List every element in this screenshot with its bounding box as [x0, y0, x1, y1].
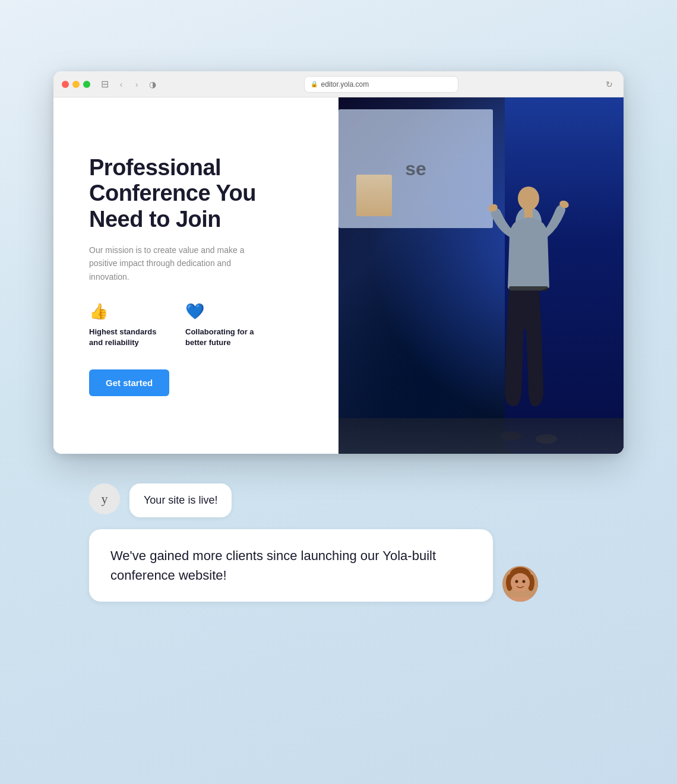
minimize-dot[interactable]	[72, 81, 80, 88]
get-started-button[interactable]: Get started	[89, 369, 169, 396]
thumbs-up-icon: 👍	[89, 302, 166, 321]
website-content: Professional Conference You Need to Join…	[53, 97, 624, 454]
maximize-dot[interactable]	[83, 81, 90, 88]
svg-rect-5	[509, 286, 548, 291]
chat-bubble-2: We've gained more clients since launchin…	[89, 529, 493, 602]
feature-label-1: Highest standards and reliability	[89, 327, 166, 348]
screen-photo	[356, 175, 392, 216]
traffic-lights	[62, 81, 90, 88]
browser-toolbar: ⊟ ‹ › ◑ 🔒 editor.yola.com ↻	[53, 71, 624, 97]
lock-icon: 🔒	[311, 81, 318, 87]
chat-text-1: Your site is live!	[144, 494, 217, 506]
chat-area: y Your site is live! We've gained more c…	[53, 460, 624, 625]
reload-button[interactable]: ↻	[606, 80, 613, 89]
nav-arrows: ‹ ›	[115, 78, 143, 91]
heart-icon: 💙	[185, 302, 262, 321]
url-text: editor.yola.com	[321, 80, 369, 88]
right-panel: se	[338, 97, 624, 454]
chat-row-1: y Your site is live!	[89, 483, 588, 517]
yola-avatar: y	[89, 483, 120, 514]
svg-point-12	[511, 573, 530, 592]
svg-rect-2	[524, 208, 533, 218]
feature-item-1: 👍 Highest standards and reliability	[89, 302, 166, 348]
chat-bubble-1: Your site is live!	[129, 483, 232, 517]
chat-row-2: We've gained more clients since launchin…	[89, 529, 588, 602]
conference-image: se	[338, 97, 624, 454]
screen-content: se	[405, 158, 426, 180]
hero-subtitle: Our mission is to create value and make …	[89, 244, 255, 283]
stage-floor	[338, 418, 624, 454]
address-bar-wrapper: 🔒 editor.yola.com	[162, 76, 600, 93]
brightness-icon: ◑	[149, 80, 156, 89]
browser-window: ⊟ ‹ › ◑ 🔒 editor.yola.com ↻ Professional…	[53, 71, 624, 454]
user-avatar-face	[502, 566, 538, 602]
chat-text-2: We've gained more clients since launchin…	[110, 548, 436, 583]
address-bar[interactable]: 🔒 editor.yola.com	[304, 76, 458, 93]
feature-item-2: 💙 Collaborating for a better future	[185, 302, 262, 348]
sidebar-toggle-icon[interactable]: ⊟	[101, 78, 109, 90]
left-panel: Professional Conference You Need to Join…	[53, 97, 338, 454]
features-row: 👍 Highest standards and reliability 💙 Co…	[89, 302, 303, 348]
svg-rect-16	[507, 597, 533, 602]
speaker-silhouette	[457, 157, 600, 454]
back-button[interactable]: ‹	[115, 78, 128, 91]
hero-title: Professional Conference You Need to Join	[89, 155, 303, 233]
svg-point-1	[518, 186, 539, 210]
feature-label-2: Collaborating for a better future	[185, 327, 262, 348]
svg-point-13	[515, 580, 518, 583]
forward-button[interactable]: ›	[130, 78, 143, 91]
close-dot[interactable]	[62, 81, 69, 88]
outer-wrapper: ⊟ ‹ › ◑ 🔒 editor.yola.com ↻ Professional…	[53, 71, 624, 625]
svg-point-14	[523, 580, 526, 583]
user-avatar	[502, 566, 538, 602]
